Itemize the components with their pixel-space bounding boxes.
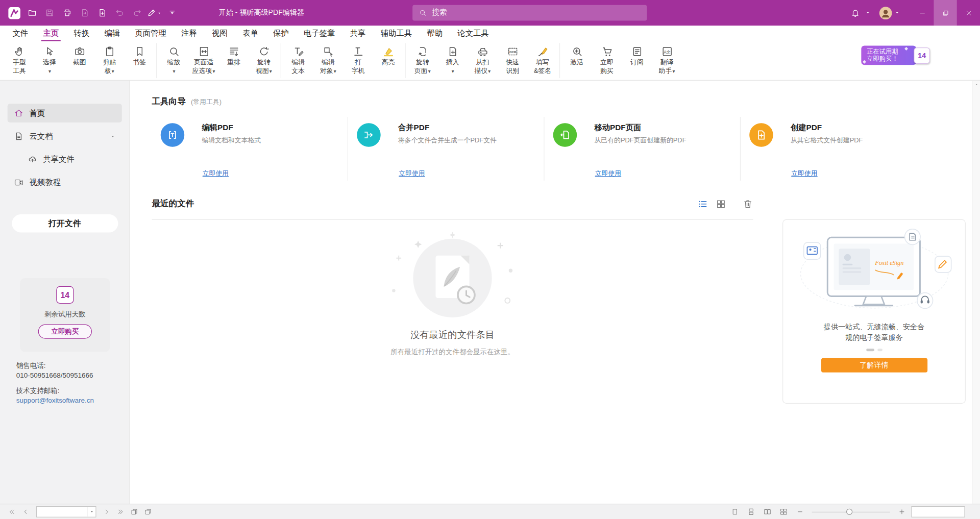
ribbon-highlight-button[interactable]: 高亮 (373, 43, 403, 78)
ribbon-rotate-view-button[interactable]: 旋转视图▾ (249, 43, 279, 78)
menu-help[interactable]: 帮助 (420, 26, 450, 41)
minimize-button[interactable] (911, 0, 934, 26)
trial-banner[interactable]: 正在试用期 立即购买！ 14 (861, 45, 916, 65)
use-now-link[interactable]: 立即使用 (595, 169, 621, 178)
page-number-box[interactable] (36, 506, 96, 517)
ribbon-zoom-button[interactable]: 缩放▾ (159, 43, 189, 78)
save-icon[interactable] (41, 5, 58, 21)
redo-icon[interactable] (129, 5, 145, 21)
menu-protect[interactable]: 保护 (265, 26, 296, 41)
first-page-button[interactable] (5, 506, 19, 518)
user-avatar[interactable] (879, 6, 893, 20)
zoom-out-button[interactable] (793, 506, 807, 518)
search-box[interactable]: 搜索 (412, 5, 647, 21)
use-now-link[interactable]: 立即使用 (399, 169, 425, 178)
sidebar-item-cloud-docs[interactable]: 云文档 (8, 127, 122, 146)
ribbon-insert-pages-button[interactable]: 插入▾ (437, 43, 468, 78)
ribbon-buy-now-button[interactable]: 立即购买 (592, 43, 622, 78)
print-icon[interactable] (59, 5, 75, 21)
open-folder-icon[interactable] (24, 5, 40, 21)
ribbon-activate-button[interactable]: 激活 (562, 43, 592, 78)
menu-esign[interactable]: 电子签章 (296, 26, 342, 41)
page-dropdown-icon[interactable] (87, 507, 95, 517)
ribbon-fit-page-options-button[interactable]: 页面适应选项▾ (189, 43, 219, 78)
zoom-in-button[interactable] (895, 506, 909, 518)
continuous-facing-view-button[interactable] (777, 506, 791, 518)
buy-now-button[interactable]: 立即购买 (38, 325, 92, 339)
ribbon-clipboard-button[interactable]: 剪贴板▾ (94, 43, 125, 78)
menu-file[interactable]: 文件 (5, 26, 36, 41)
esign-promo-line2: 规的电子签章服务 (783, 332, 965, 343)
copy-pages-icon[interactable] (141, 506, 155, 518)
menu-organize[interactable]: 页面管理 (128, 26, 174, 41)
ribbon-snapshot-button[interactable]: 截图 (64, 43, 94, 78)
ribbon-fill-sign-button[interactable]: 填写&签名 (527, 43, 557, 78)
last-page-button[interactable] (114, 506, 128, 518)
tool-card-edit-pdf[interactable]: 编辑PDF编辑文档和文本格式立即使用 (152, 117, 348, 181)
ribbon-edit-text-button[interactable]: 编辑文本 (283, 43, 313, 78)
ribbon-bookmark-button[interactable]: 书签 (125, 43, 155, 78)
vertical-scrollbar[interactable] (972, 81, 980, 504)
previous-page-button[interactable] (19, 506, 33, 518)
page-number-input[interactable] (37, 508, 87, 516)
open-file-button[interactable]: 打开文件 (12, 214, 118, 233)
sidebar-item-home[interactable]: 首页 (8, 104, 122, 122)
facing-view-button[interactable] (761, 506, 774, 518)
tool-card-create-pdf[interactable]: 创建PDF从其它格式文件创建PDF立即使用 (741, 117, 936, 181)
translate-assistant-icon: A文 (661, 45, 673, 57)
menu-view[interactable]: 视图 (204, 26, 235, 41)
notifications-bell-icon[interactable] (847, 5, 863, 21)
menu-form[interactable]: 表单 (235, 26, 265, 41)
expand-caret-icon[interactable] (110, 133, 116, 139)
next-page-button[interactable] (100, 506, 114, 518)
menu-accessibility[interactable]: 辅助工具 (373, 26, 420, 41)
ribbon-button-label: 工具 (13, 66, 26, 74)
ribbon-hand-tool-button[interactable]: 手型工具 (5, 43, 35, 78)
support-email-link[interactable]: support@foxitsoftware.cn (16, 396, 94, 405)
ribbon-from-scanner-button[interactable]: 从扫描仪▾ (468, 43, 498, 78)
menu-comment[interactable]: 注释 (174, 26, 204, 41)
ribbon-subscribe-button[interactable]: 订阅 (622, 43, 652, 78)
ribbon-rotate-pages-button[interactable]: 旋转页面▾ (407, 43, 437, 78)
menu-edit[interactable]: 编辑 (97, 26, 128, 41)
continuous-view-button[interactable] (744, 506, 758, 518)
ribbon-typewriter-button[interactable]: 打字机 (343, 43, 373, 78)
restore-button[interactable] (934, 0, 957, 26)
undo-icon[interactable] (111, 5, 128, 21)
zoom-level-input[interactable] (912, 508, 965, 516)
ribbon-reflow-button[interactable]: 重排 (219, 43, 249, 78)
menu-convert[interactable]: 转换 (66, 26, 97, 41)
menu-paper-tools[interactable]: 论文工具 (450, 26, 497, 41)
ribbon-select-button[interactable]: 选择▾ (34, 43, 64, 78)
zoom-slider-thumb[interactable] (846, 509, 852, 515)
sidebar-item-video-tutorials[interactable]: 视频教程 (8, 173, 122, 192)
ribbon-quick-ocr-button[interactable]: OCR快速识别 (498, 43, 528, 78)
menu-share[interactable]: 共享 (342, 26, 373, 41)
ribbon-edit-object-button[interactable]: 编辑对象▾ (313, 43, 343, 78)
zoom-level-box[interactable] (911, 506, 965, 517)
carousel-dot[interactable] (877, 349, 883, 351)
close-button[interactable] (957, 0, 980, 26)
notifications-caret-icon[interactable] (865, 10, 871, 16)
zoom-slider[interactable] (812, 506, 890, 517)
carousel-dot-active[interactable] (866, 349, 874, 351)
learn-more-button[interactable]: 了解详情 (821, 358, 927, 373)
list-view-button[interactable] (698, 199, 708, 209)
esign-pen-icon[interactable] (146, 5, 163, 21)
customize-quick-access-icon[interactable] (164, 5, 180, 21)
tool-card-merge-pdf[interactable]: 合并PDF将多个文件合并生成一个PDF文件立即使用 (348, 117, 544, 181)
export-pdf-icon[interactable] (76, 5, 92, 21)
single-page-view-button[interactable] (728, 506, 742, 518)
tool-card-move-pdf-pages[interactable]: 移动PDF页面从已有的PDF页面创建新的PDF立即使用 (545, 117, 741, 181)
new-document-icon[interactable] (94, 5, 110, 21)
scroll-up-icon[interactable] (972, 82, 980, 87)
grid-view-button[interactable] (716, 199, 726, 209)
snapshot-pages-icon[interactable] (128, 506, 141, 518)
clear-recent-button[interactable] (743, 199, 753, 209)
use-now-link[interactable]: 立即使用 (203, 169, 229, 178)
sidebar-item-shared-files[interactable]: 共享文件 (21, 150, 122, 169)
use-now-link[interactable]: 立即使用 (791, 169, 817, 178)
ribbon-translate-assistant-button[interactable]: A文翻译助手▾ (652, 43, 682, 78)
account-caret-icon[interactable] (894, 10, 900, 16)
menu-home[interactable]: 主页 (36, 26, 66, 41)
